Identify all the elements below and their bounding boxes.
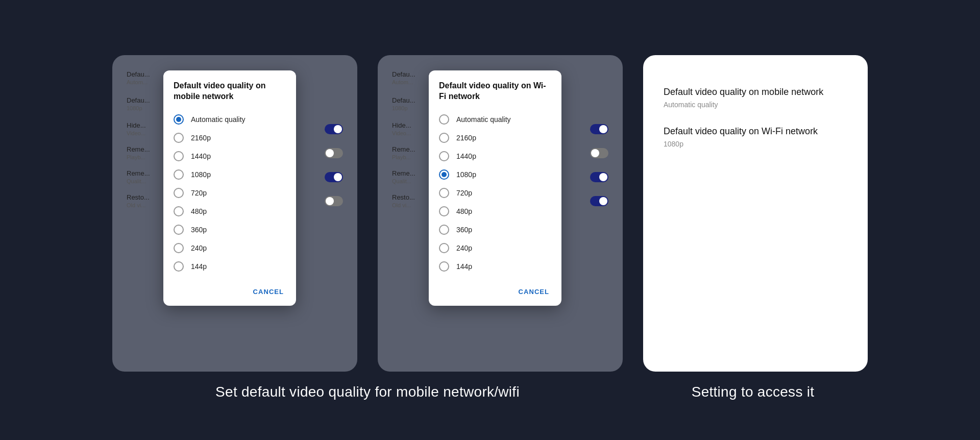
dialog-wifi-option-720p[interactable]: 720p [429,184,561,202]
dialog-wifi-label-automatic: Automatic quality [456,115,511,124]
bg2-row-resto-sub: Old vi... [392,202,415,208]
dialog-mobile-label-1080p: 1080p [191,170,211,179]
bg2-row-hide-sub: Video... [392,130,411,136]
dialog-wifi-option-144p[interactable]: 144p [429,257,561,276]
dialog-wifi-option-360p[interactable]: 360p [429,221,561,239]
dialog-wifi-option-240p[interactable]: 240p [429,239,561,257]
dialog-mobile-label-720p: 720p [191,189,207,197]
caption-left-text: Set default video quality for mobile net… [215,384,520,400]
bg-row-resto-text: Resto... Old vi... [127,193,150,208]
dialog-mobile-option-1440p[interactable]: 1440p [163,147,296,165]
bg2-row-reme2-text: Reme... Qualit... [392,169,415,184]
phone-container-1: Defau... Autom... Defau... 1080p Hide...… [112,55,357,372]
bg-row-reme1-text: Reme... Playb... [127,145,150,160]
radio-360p-mobile [174,225,184,235]
radio-720p-wifi [439,188,449,198]
bg2-row-reme1-text: Reme... Playb... [392,145,415,160]
bg-row-hide-title: Hide... [127,121,146,129]
dialog-mobile-title: Default video quality on mobile network [163,81,296,110]
info-setting-wifi-value: 1080p [664,140,847,148]
bg2-row-hide-title: Hide... [392,121,411,129]
bg2-row-resto-title: Resto... [392,193,415,201]
dialog-mobile-option-automatic[interactable]: Automatic quality [163,110,296,129]
dialog-wifi-option-1440p[interactable]: 1440p [429,147,561,165]
dialog-wifi-title: Default video quality on Wi-Fi network [429,81,561,110]
dialog-wifi-label-1440p: 1440p [456,152,476,160]
dialog-mobile-label-2160p: 2160p [191,134,211,142]
radio-144p-wifi [439,261,449,272]
dialog-wifi-label-360p: 360p [456,226,472,234]
radio-2160p-mobile [174,133,184,143]
caption-right: Setting to access it [641,384,865,400]
info-setting-wifi-title: Default video quality on Wi-Fi network [664,125,847,138]
captions-row: Set default video quality for mobile net… [0,372,980,400]
radio-1080p-mobile [174,169,184,180]
info-setting-mobile-value: Automatic quality [664,101,847,109]
dialog-wifi-option-480p[interactable]: 480p [429,202,561,221]
dialog-wifi-label-144p: 144p [456,262,472,271]
dialog-mobile-option-360p[interactable]: 360p [163,221,296,239]
bg-row-reme1-sub: Playb... [127,154,150,160]
bg-row-resto-sub: Old vi... [127,202,150,208]
dialog-wifi-cancel-button[interactable]: CANCEL [514,285,553,299]
toggle-hide[interactable] [325,124,343,134]
radio-144p-mobile [174,261,184,272]
dialog-mobile-option-1080p[interactable]: 1080p [163,165,296,184]
radio-1440p-mobile [174,151,184,161]
bg-row-hide-sub: Video... [127,130,146,136]
bg-row-hide-text: Hide... Video... [127,121,146,136]
radio-720p-mobile [174,188,184,198]
dialog-mobile-label-1440p: 1440p [191,152,211,160]
toggle-resto[interactable] [325,196,343,206]
dialog-mobile-label-240p: 240p [191,244,207,252]
toggle-reme2[interactable] [325,172,343,182]
dialog-wifi-option-2160p[interactable]: 2160p [429,129,561,147]
dialog-mobile-option-2160p[interactable]: 2160p [163,129,296,147]
radio-1440p-wifi [439,151,449,161]
dialog-mobile-cancel-button[interactable]: CANCEL [249,285,288,299]
bg-row-reme2-text: Reme... Qualit... [127,169,150,184]
bg2-row-reme2-title: Reme... [392,169,415,177]
dialog-mobile-option-480p[interactable]: 480p [163,202,296,221]
caption-right-text: Setting to access it [692,384,815,400]
radio-240p-wifi [439,243,449,253]
bg-row-reme2-title: Reme... [127,169,150,177]
radio-1080p-wifi [439,169,449,180]
dialog-mobile-label-144p: 144p [191,262,207,271]
dialog-wifi: Default video quality on Wi-Fi network A… [429,70,561,306]
radio-240p-mobile [174,243,184,253]
radio-480p-wifi [439,206,449,216]
dialog-mobile: Default video quality on mobile network … [163,70,296,306]
dialog-wifi-label-2160p: 2160p [456,134,476,142]
dialog-wifi-option-1080p[interactable]: 1080p [429,165,561,184]
dialog-wifi-label-720p: 720p [456,189,472,197]
dialog-mobile-option-720p[interactable]: 720p [163,184,296,202]
dialog-mobile-option-144p[interactable]: 144p [163,257,296,276]
dialog-wifi-footer: CANCEL [429,280,561,306]
radio-automatic-mobile [174,114,184,125]
info-setting-mobile: Default video quality on mobile network … [664,86,847,109]
toggle-reme1[interactable] [325,148,343,158]
bg2-row-reme1-sub: Playb... [392,154,415,160]
toggle2-reme2[interactable] [590,172,608,182]
info-setting-wifi: Default video quality on Wi-Fi network 1… [664,125,847,148]
radio-automatic-wifi [439,114,449,125]
dialog-mobile-label-360p: 360p [191,226,207,234]
bg-row-reme2-sub: Qualit... [127,178,150,184]
dialog-mobile-label-automatic: Automatic quality [191,115,246,124]
toggle2-reme1[interactable] [590,148,608,158]
main-layout: Defau... Autom... Defau... 1080p Hide...… [0,40,980,372]
dialog-wifi-label-240p: 240p [456,244,472,252]
info-panel: Default video quality on mobile network … [643,55,868,372]
radio-360p-wifi [439,225,449,235]
bg2-row-hide-text: Hide... Video... [392,121,411,136]
bg2-row-resto-text: Resto... Old vi... [392,193,415,208]
toggle2-resto[interactable] [590,196,608,206]
dialog-mobile-option-240p[interactable]: 240p [163,239,296,257]
dialog-mobile-footer: CANCEL [163,280,296,306]
bg-row-resto-title: Resto... [127,193,150,201]
radio-480p-mobile [174,206,184,216]
toggle2-hide[interactable] [590,124,608,134]
caption-left: Set default video quality for mobile net… [115,384,620,400]
dialog-wifi-option-automatic[interactable]: Automatic quality [429,110,561,129]
